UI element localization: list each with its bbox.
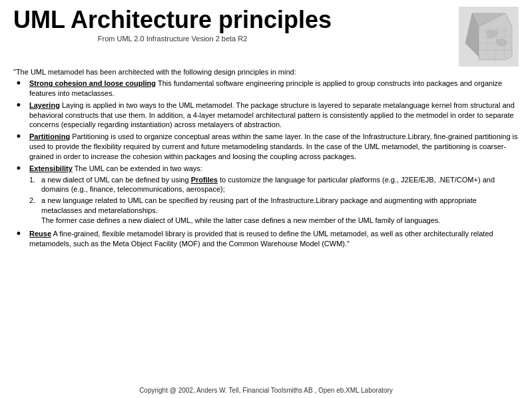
list-item: • Partitioning Partitioning is used to o… [13, 132, 519, 162]
bullet-list: • Strong cohesion and loose coupling Thi… [13, 79, 519, 249]
page: UML Architecture principles From UML 2.0… [0, 0, 532, 398]
bullet-content: Layering Laying is applied in two ways t… [29, 100, 519, 130]
bullet-label: Extensibility [29, 164, 73, 172]
list-item: • Layering Laying is applied in two ways… [13, 100, 519, 130]
bullet-text: The UML can be extended in two ways: [73, 164, 202, 172]
sub-content: a new dialect of UML can be defined by u… [41, 175, 519, 195]
sub-num: 1. [29, 175, 41, 185]
intro-text: "The UML metamodel has been architected … [13, 68, 519, 76]
list-item: • Strong cohesion and loose coupling Thi… [13, 79, 519, 99]
bullet-content: Partitioning Partitioning is used to org… [29, 132, 519, 162]
bullet-text: Laying is applied in two ways to the UML… [29, 101, 515, 129]
sub-text-1: a new dialect of UML can be defined by u… [41, 176, 191, 184]
bullet-text: A fine-grained, flexible metamodel libra… [29, 230, 493, 248]
bullet-label: Reuse [29, 230, 51, 238]
bullet-icon: • [13, 228, 24, 240]
bullet-label: Layering [29, 101, 60, 109]
cube-svg [459, 7, 519, 67]
sub-list: 1. a new dialect of UML can be defined b… [29, 175, 519, 226]
sub-num: 2. [29, 196, 41, 206]
sub-content: a new language related to UML can be spe… [41, 196, 519, 226]
bullet-icon: • [13, 77, 24, 89]
sub-item: 2. a new language related to UML can be … [29, 196, 519, 226]
header: UML Architecture principles From UML 2.0… [13, 7, 519, 67]
sub-item: 1. a new dialect of UML can be defined b… [29, 175, 519, 195]
page-title: UML Architecture principles [13, 7, 332, 33]
bullet-text: Partitioning is used to organize concept… [29, 132, 518, 160]
bullet-icon: • [13, 162, 24, 174]
list-item: • Extensibility The UML can be extended … [13, 164, 519, 227]
list-item: • Reuse A fine-grained, flexible metamod… [13, 229, 519, 249]
bullet-icon: • [13, 130, 24, 142]
bullet-content: Extensibility The UML can be extended in… [29, 164, 519, 227]
sub-bold: Profiles [191, 176, 218, 184]
cube-image [459, 7, 519, 67]
footer: Copyright @ 2002, Anders W. Tell, Financ… [0, 387, 532, 394]
subtitle: From UML 2.0 Infrastructure Vesion 2 bet… [13, 35, 332, 43]
bullet-content: Reuse A fine-grained, flexible metamodel… [29, 229, 519, 249]
bullet-content: Strong cohesion and loose coupling This … [29, 79, 519, 99]
header-left: UML Architecture principles From UML 2.0… [13, 7, 332, 47]
bullet-icon: • [13, 99, 24, 111]
bullet-label: Partitioning [29, 132, 70, 140]
bullet-label: Strong cohesion and loose coupling [29, 79, 156, 87]
